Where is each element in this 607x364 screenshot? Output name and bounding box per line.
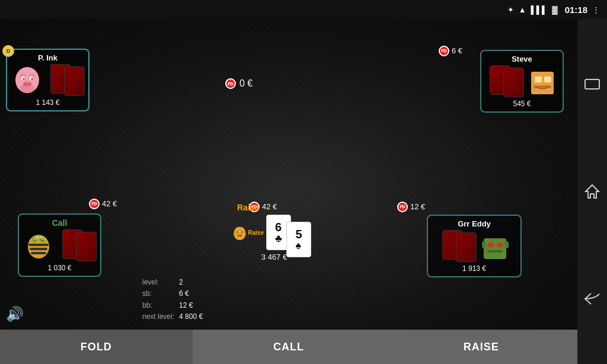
more-icon[interactable]: ⋮ (592, 5, 600, 14)
svg-rect-31 (531, 72, 554, 94)
svg-rect-33 (544, 76, 551, 82)
player-pink-area: D P. Ink (6, 49, 90, 111)
bet-bee-chip: PD 42 € (89, 199, 117, 209)
player-grr-cards (442, 230, 477, 262)
player-grr-box: Grr Eddy 1 (427, 215, 522, 277)
pot-amount: 0 € (239, 78, 253, 89)
svg-rect-25 (484, 238, 506, 259)
svg-rect-15 (30, 248, 47, 250)
player-grr-money: 1 913 € (462, 264, 486, 273)
dealer-button: D (2, 45, 14, 57)
back-nav-button[interactable] (582, 288, 603, 309)
steve-card-2 (503, 68, 524, 97)
svg-rect-28 (487, 250, 503, 253)
next-level-value: 4 800 € (179, 311, 207, 323)
player-steve-name: Steve (512, 55, 532, 63)
chip-bee-icon: PD (89, 199, 100, 209)
raise-button[interactable]: RAISE (385, 330, 577, 364)
svg-point-12 (31, 78, 33, 80)
svg-marker-1 (586, 185, 599, 198)
player-pink-cards (50, 64, 85, 96)
status-time: 01:18 (565, 5, 587, 15)
svg-point-13 (28, 235, 49, 258)
bet-grr-area: PD 12 € (397, 200, 425, 212)
nav-buttons (577, 19, 607, 364)
player-bee-area: Call (18, 213, 101, 277)
svg-point-6 (23, 81, 32, 87)
player-steve-money: 545 € (513, 100, 531, 108)
svg-rect-16 (31, 252, 46, 254)
svg-rect-29 (482, 241, 485, 248)
home-nav-button[interactable] (582, 181, 603, 202)
player-pink-name: P. Ink (38, 53, 57, 62)
community-cards: 6 ♣ 5 ♠ (266, 215, 317, 250)
main-player-box: Raise 6 ♣ 5 ♠ (231, 215, 317, 261)
sb-value: 6 € (179, 288, 207, 299)
bet-grr-chip: PD 12 € (397, 202, 425, 212)
bet-bee-area: PD 42 € (89, 197, 117, 209)
svg-rect-0 (585, 79, 599, 89)
main-player-money: 3 467 € (261, 253, 287, 261)
bb-label: bb: (142, 300, 179, 311)
bee-card-2 (76, 232, 97, 261)
player-bee-action: Call (52, 218, 68, 228)
sound-button[interactable]: 🔊 (6, 306, 24, 323)
player-pink-box: D P. Ink (6, 49, 90, 111)
action-buttons: FOLD CALL RAISE (0, 330, 577, 364)
svg-point-11 (23, 78, 24, 80)
player-bee-box: Call (18, 213, 101, 277)
call-button[interactable]: CALL (193, 330, 385, 364)
player-bee-cards (62, 229, 97, 261)
player-steve-avatar (526, 65, 559, 97)
player-grr-avatar (479, 229, 512, 262)
game-table: 🔊 PD 0 € D P. Ink (0, 19, 577, 364)
svg-rect-32 (535, 76, 542, 82)
game-info-panel: level: 2 sb: 6 € bb: 12 € next level: 4 … (142, 277, 207, 323)
player-main-avatar: Raise (231, 216, 264, 249)
svg-point-21 (234, 226, 246, 240)
community-area: Raise 6 ♣ 5 ♠ (231, 215, 317, 261)
sb-label: sb: (142, 288, 179, 299)
svg-point-8 (28, 83, 30, 85)
chip-grr-icon: PD (397, 202, 408, 212)
svg-point-23 (241, 231, 243, 233)
bluetooth-icon: ‬✦ (507, 5, 514, 14)
grr-card-2 (456, 232, 477, 262)
player-pink-avatar (11, 63, 43, 96)
bb-value: 12 € (179, 300, 207, 311)
chip-steve-icon: PD (439, 46, 449, 56)
card-2 (64, 66, 85, 96)
svg-point-22 (236, 231, 238, 233)
player-grr-area: Grr Eddy 1 (427, 215, 522, 277)
main-player-action: Raise (237, 203, 259, 212)
pot-chip-icon: PD (225, 78, 236, 89)
player-pink-money: 1 143 € (36, 98, 59, 107)
player-steve-area: Steve (480, 50, 564, 113)
player-steve-cards (490, 65, 524, 97)
fold-button[interactable]: FOLD (0, 330, 193, 364)
svg-rect-30 (505, 241, 509, 248)
player-bee-money: 1 030 € (47, 264, 71, 272)
community-card-2: 5 ♠ (286, 222, 311, 257)
bet-steve-display: PD 6 € (439, 44, 462, 56)
center-pot: PD 0 € (225, 78, 253, 89)
player-bee-avatar (23, 229, 55, 261)
svg-rect-14 (28, 244, 49, 246)
player-grr-name: Grr Eddy (458, 219, 491, 228)
svg-rect-27 (497, 242, 503, 247)
status-bar: ‬✦ ▲ ▌▌▌ ▓ 01:18 ⋮ (0, 0, 607, 19)
player-steve-box: Steve (480, 50, 564, 113)
window-nav-button[interactable] (582, 74, 603, 95)
svg-rect-26 (488, 242, 494, 247)
bet-steve-chip: PD 6 € (439, 46, 462, 56)
battery-icon: ▓ (552, 5, 557, 14)
level-label: level: (142, 277, 179, 288)
signal-icon: ▌▌▌ (531, 5, 548, 14)
svg-point-7 (24, 83, 27, 85)
level-value: 2 (179, 277, 207, 288)
wifi-icon: ▲ (519, 5, 526, 14)
next-level-label: next level: (142, 311, 179, 323)
